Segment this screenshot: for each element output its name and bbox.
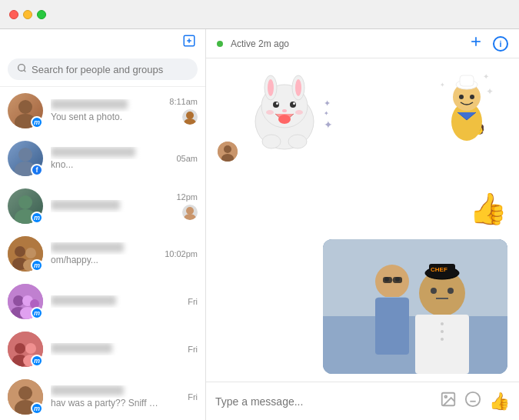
svg-point-14: [184, 214, 196, 220]
chef-sticker: ✦ ✦ ✦: [438, 68, 496, 148]
chat-area: Active 2m ago i: [206, 29, 519, 420]
svg-point-50: [278, 115, 291, 124]
svg-point-3: [18, 65, 25, 72]
messenger-badge: m: [31, 307, 43, 319]
svg-text:✦: ✦: [483, 72, 489, 81]
list-item[interactable]: m 12pm: [0, 182, 205, 230]
search-input-wrap: [8, 58, 198, 80]
close-button[interactable]: [9, 10, 18, 19]
list-item[interactable]: m hav was a party?? Sniff s... Fri: [0, 373, 205, 420]
conv-info: [51, 343, 183, 355]
svg-point-21: [13, 295, 24, 306]
svg-point-8: [184, 118, 196, 125]
avatar-wrap: m: [8, 284, 43, 319]
messenger-badge: m: [31, 212, 43, 224]
avatar-wrap: m: [8, 379, 43, 415]
svg-point-32: [18, 386, 32, 400]
conv-time: 05am: [176, 154, 198, 163]
thumbsup-send-icon[interactable]: 👍: [489, 392, 510, 412]
photo-message: CHEF: [323, 239, 507, 374]
search-input[interactable]: [32, 64, 188, 75]
active-status-text: Active 2m ago: [231, 38, 289, 49]
conv-meta: 12pm: [176, 192, 198, 220]
traffic-lights: [9, 10, 46, 19]
conv-meta: 05am: [176, 154, 198, 163]
svg-text:✦: ✦: [440, 82, 445, 88]
list-item[interactable]: f kno... 05am: [0, 135, 205, 182]
chat-header: Active 2m ago i: [206, 29, 519, 58]
svg-point-13: [186, 207, 194, 215]
svg-rect-76: [375, 298, 409, 355]
list-item[interactable]: m Fri: [0, 325, 205, 373]
conv-preview: You sent a photo.: [51, 112, 158, 122]
compose-icon[interactable]: [182, 34, 196, 51]
message-input[interactable]: [215, 395, 432, 408]
svg-point-47: [276, 102, 278, 105]
messenger-badge: m: [31, 116, 43, 128]
svg-point-27: [15, 343, 25, 354]
svg-point-37: [224, 145, 231, 153]
conv-meta: Fri: [188, 345, 198, 354]
conv-name: [51, 295, 158, 308]
avatar-wrap: m: [8, 188, 43, 224]
info-icon[interactable]: i: [493, 36, 508, 52]
svg-point-7: [186, 112, 194, 119]
thumbsup-emoji: 👍: [469, 191, 507, 227]
active-dot: [217, 41, 223, 47]
conv-name: [51, 385, 158, 398]
conversation-list: m You sent a photo. 8:11am: [0, 87, 205, 420]
sparkles: ✦ ✦ ✦: [324, 98, 333, 131]
svg-point-72: [441, 322, 444, 325]
svg-rect-81: [383, 277, 392, 283]
svg-point-11: [18, 195, 32, 209]
conv-meta: 10:02pm: [165, 249, 198, 258]
conv-preview: kno...: [51, 159, 158, 170]
conv-info: kno...: [51, 147, 171, 170]
svg-point-79: [431, 288, 437, 294]
sidebar-header: [0, 29, 205, 52]
list-item[interactable]: m om/happy... 10:02pm: [0, 230, 205, 278]
svg-point-60: [470, 95, 474, 99]
avatar-wrap: m: [8, 236, 43, 272]
emoji-icon[interactable]: [464, 391, 481, 412]
message-list: ✦ ✦ ✦ 🧑: [206, 58, 519, 382]
conv-info: om/happy...: [51, 242, 160, 265]
conv-info: You sent a photo.: [51, 99, 165, 122]
conv-meta: Fri: [188, 297, 198, 306]
svg-point-45: [273, 102, 279, 108]
svg-rect-82: [393, 277, 402, 283]
svg-point-51: [266, 110, 274, 115]
svg-point-42: [268, 79, 274, 96]
conv-name: [51, 99, 158, 112]
svg-point-49: [282, 109, 287, 112]
svg-point-9: [18, 148, 32, 162]
svg-text:CHEF: CHEF: [431, 266, 447, 273]
conv-time: 8:11am: [169, 97, 198, 106]
photo-attach-icon[interactable]: [440, 391, 457, 412]
svg-point-74: [441, 338, 444, 341]
avatar-wrap: m: [8, 332, 43, 367]
conv-name: [51, 147, 158, 159]
conv-time: 10:02pm: [165, 249, 198, 258]
messenger-badge: m: [31, 402, 43, 415]
fb-badge: f: [31, 164, 43, 176]
conv-preview: hav was a party?? Sniff s...: [51, 398, 158, 408]
add-person-icon[interactable]: [468, 34, 484, 53]
list-item[interactable]: m Fri: [0, 278, 205, 325]
conv-name: [51, 343, 158, 355]
minimize-button[interactable]: [23, 10, 32, 19]
avatar-wrap: f: [8, 141, 43, 176]
svg-text:✦: ✦: [486, 86, 494, 97]
conv-thumb: [182, 205, 198, 220]
conv-meta: Fri: [188, 392, 198, 402]
sidebar: m You sent a photo. 8:11am: [0, 29, 206, 420]
svg-point-46: [290, 102, 296, 108]
conv-name: [51, 242, 158, 255]
svg-point-16: [15, 246, 25, 257]
sender-avatar: [218, 142, 238, 162]
active-status: Active 2m ago: [217, 38, 289, 49]
svg-point-44: [295, 79, 301, 96]
maximize-button[interactable]: [37, 10, 46, 19]
list-item[interactable]: m You sent a photo. 8:11am: [0, 87, 205, 135]
svg-rect-65: [323, 239, 507, 316]
